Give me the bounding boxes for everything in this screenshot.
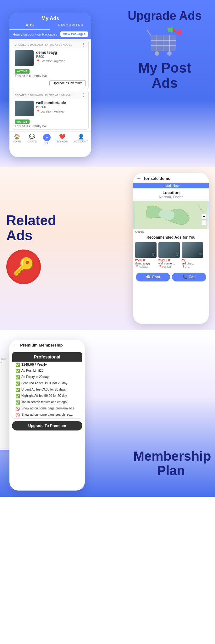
check-icon-limit: ✅ — [15, 369, 20, 373]
ad1-price: ₱500 — [36, 55, 86, 59]
mini-ad-loc-3: 📍 A... — [182, 265, 203, 268]
nav-myads-label: MY ADS — [57, 140, 68, 143]
plan-feature-urgent: ✅ Urgent Ad fee 69.00 for 20 days — [12, 387, 82, 393]
recommended-title: Recommended Ads for You — [133, 234, 209, 241]
section1-promo-text: Upgrade Ads — [124, 9, 206, 91]
ad2-name: well comfortable — [36, 101, 86, 105]
loc-pin-2: 📍 — [158, 265, 162, 268]
mini-ad-loc-2: 📍 Aglayan — [158, 265, 180, 268]
mini-ad-name-2: well comfor... — [158, 262, 180, 265]
svg-point-6 — [155, 51, 159, 56]
svg-marker-10 — [176, 29, 182, 35]
ad1-live-text: This ad is currently live — [12, 74, 88, 79]
key-icon: 🔑 — [6, 249, 41, 284]
ad1-menu[interactable]: ⋮ — [81, 42, 86, 47]
loc-pin-1: 📍 — [135, 265, 139, 268]
mini-ad-thumb-3: ♡ — [182, 242, 203, 258]
banner-text: Heavy discount on Packages — [13, 32, 57, 36]
phone1-tabs: ADS FAVOURITES — [9, 21, 91, 30]
heart-icon-1[interactable]: ♡ — [152, 253, 156, 257]
mini-ad-thumb-2: ♡ — [158, 242, 180, 258]
ad-card-2-body: well comfortable ₱5200 📍 Location: Aglay… — [12, 99, 88, 118]
nav-home[interactable]: 🏠 HOME — [13, 134, 21, 145]
back-button[interactable]: ← — [136, 175, 141, 181]
check-icon-top: ✅ — [15, 400, 20, 405]
upgrade-ads-title: Upgrade Ads — [124, 9, 206, 23]
install-bar[interactable]: Install Now — [133, 183, 209, 188]
plan-feature-top: ✅ Top in search results and catego — [12, 399, 82, 406]
plan-feature-limit: ✅ Ad Post Limit20 — [12, 368, 82, 374]
nav-myads[interactable]: ❤️ MY ADS — [57, 134, 68, 145]
phone2-title: for sale demo — [144, 176, 171, 181]
phone-mockup-2: ← for sale demo Install Now Location Ala… — [133, 173, 209, 324]
zoom-out-button[interactable]: − — [201, 220, 207, 226]
map-controls: + − — [201, 214, 207, 226]
location-sub: Alachua, Florida — [133, 195, 209, 199]
membership-plan-title: Membership Plan — [133, 449, 209, 478]
ad2-menu[interactable]: ⋮ — [81, 92, 86, 97]
ads-scroll: ♡ ₱500.0 demo teayg 📍 Aglayan ♡ ₱5200.0 … — [133, 241, 209, 269]
phone1-navbar: 🏠 HOME 💬 CHATS + SELL ❤️ MY ADS 👤 ACCOUN… — [9, 131, 91, 147]
plan-feature-home-search: 🚫 Show ad on home page search res... — [12, 412, 82, 418]
section-related-ads: Related Ads 🔑 ← for sale demo Install No… — [0, 167, 215, 330]
chat-button[interactable]: 💬 Chat — [136, 273, 170, 281]
upgrade-to-premium-button[interactable]: Upgrade To Premium — [12, 421, 82, 430]
location-pin-icon-2: 📍 — [36, 110, 40, 113]
phone2-header: ← for sale demo — [133, 173, 209, 183]
phone-mockup-1: My Ads ADS FAVOURITES Heavy discount on … — [9, 13, 91, 157]
location-pin-icon: 📍 — [36, 59, 40, 63]
heart-icon-2[interactable]: ♡ — [175, 253, 179, 257]
mini-ad-card-3: ♡ ₱2... sell dire... 📍 A... — [182, 242, 203, 268]
tab-ads[interactable]: ADS — [9, 21, 50, 30]
chats-icon: 💬 — [29, 134, 35, 140]
loc-pin-3: 📍 — [182, 265, 185, 268]
check-icon-expiry: ✅ — [15, 375, 20, 380]
svg-text:Jm...: Jm... — [199, 208, 203, 210]
plan-feature-highlight: ✅ Highlight Ad fee 99.00 for 20 day — [12, 393, 82, 399]
nav-sell[interactable]: + SELL — [43, 134, 51, 145]
call-button[interactable]: 📞 Call — [172, 273, 206, 281]
view-packages-button[interactable]: View Packages — [60, 31, 88, 37]
mini-ad-price-2: ₱5200.0 — [158, 258, 180, 262]
phone3-back-button[interactable]: ← — [13, 342, 18, 348]
premium-membership-title: Premium Membership — [20, 343, 63, 347]
zoom-in-button[interactable]: + — [201, 214, 207, 219]
svg-marker-8 — [173, 27, 177, 32]
mini-ad-name-3: sell dire... — [182, 262, 203, 265]
upgrade-premium-button-1[interactable]: Upgrade as Premium — [49, 80, 86, 86]
map-area: Jm... + − — [133, 201, 209, 229]
plan-price: $149.00 / Yearly — [21, 363, 47, 366]
nav-chats-label: CHATS — [27, 140, 37, 143]
ad2-status-badge: ACTIVE — [15, 119, 30, 124]
mini-ad-name-1: demo teayg — [135, 262, 157, 265]
plan-top: Top in search results and catego — [21, 400, 67, 404]
phone1-header: My Ads — [9, 13, 91, 21]
ad2-thumbnail — [15, 101, 34, 116]
ad-card-2: CREATED: 3 DAYS AGO • EXPIRE AT: 10-AUG-… — [12, 91, 89, 130]
ad1-info: demo teayg ₱500 📍 Location: Aglayan — [36, 50, 86, 66]
cross-icon-home-search: 🚫 — [15, 413, 20, 417]
ad-card-1-body: demo teayg ₱500 📍 Location: Aglayan — [12, 48, 88, 68]
plan-feature-expiry: ✅ Ad Expiry in 20 days — [12, 374, 82, 380]
section-upgrade-ads: My Ads ADS FAVOURITES Heavy discount on … — [0, 0, 215, 167]
plan-feature-price: ✅ $149.00 / Yearly — [12, 362, 82, 368]
chat-icon: 💬 — [146, 275, 151, 279]
ad1-location: 📍 Location: Aglayan — [36, 59, 86, 63]
phone-mockup-3: ← Premium Membership Professional ✅ $149… — [9, 340, 85, 491]
phone1-title: My Ads — [41, 16, 59, 21]
heart-icon-3[interactable]: ♡ — [199, 253, 202, 257]
plan-home-search: Show ad on home page search res... — [21, 413, 73, 416]
plan-urgent: Urgent Ad fee 69.00 for 20 days — [21, 388, 66, 391]
plan-feature-featured: ✅ Featured Ad fee 49.00 for 20 day — [12, 380, 82, 387]
mini-ad-loc-1: 📍 Aglayan — [135, 265, 157, 268]
nav-chats[interactable]: 💬 CHATS — [27, 134, 37, 145]
mini-ad-price-1: ₱500.0 — [135, 258, 157, 262]
ad2-price: ₱5200 — [36, 105, 86, 109]
call-icon: 📞 — [183, 275, 187, 279]
mini-ad-price-3: ₱2... — [182, 258, 203, 262]
ad2-info: well comfortable ₱5200 📍 Location: Aglay… — [36, 101, 86, 116]
tab-favourites[interactable]: FAVOURITES — [50, 21, 91, 30]
mini-ad-card-1: ♡ ₱500.0 demo teayg 📍 Aglayan — [135, 242, 157, 268]
nav-account[interactable]: 👤 ACCOUNT — [74, 134, 88, 145]
svg-marker-9 — [167, 27, 173, 32]
